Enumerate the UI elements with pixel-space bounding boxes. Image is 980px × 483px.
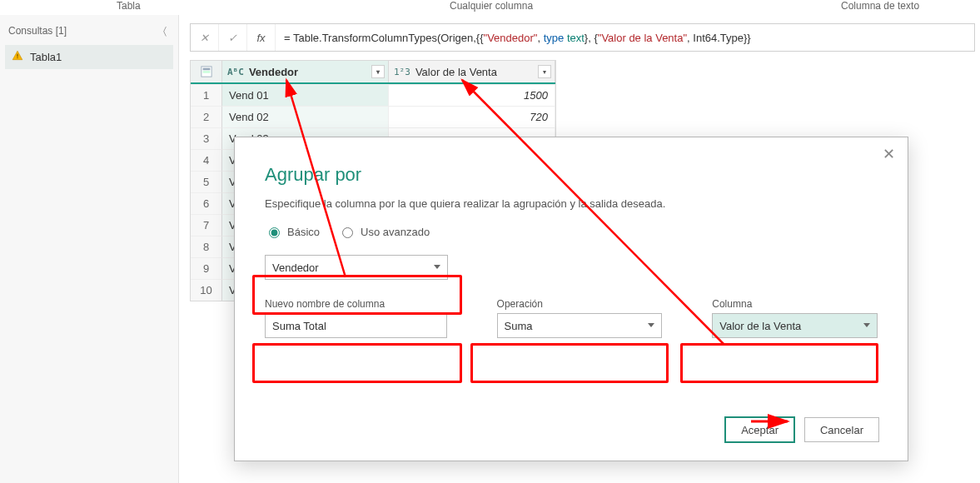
row-number[interactable]: 3 [191,127,222,149]
newcol-label: Nuevo nombre de columna [265,298,447,310]
newcol-input[interactable]: Suma Total [265,313,447,338]
chevron-down-icon [434,265,440,269]
formula-seg: text [567,32,585,44]
close-icon[interactable]: ✕ [881,147,896,162]
formula-bar: ✕ ✓ fx = Table.TransformColumnTypes(Orig… [190,23,975,52]
queries-panel: Consultas [1] 〈 Tabla1 [0,15,179,483]
operation-value: Suma [505,320,533,332]
operation-label: Operación [497,298,663,310]
ribbon-label-tabla: Tabla [117,0,141,12]
dialog-description: Especifique la columna por la que quiera… [265,197,878,210]
radio-basic[interactable]: Básico [265,225,320,238]
row-number[interactable]: 9 [191,257,222,279]
column-header-vendedor[interactable]: AᴮC Vendedor ▾ [222,61,389,82]
collapse-panel-icon[interactable]: 〈 [160,23,170,38]
formula-text[interactable]: = Table.TransformColumnTypes(Origen,{{"V… [276,32,974,44]
query-item-tabla1[interactable]: Tabla1 [5,45,173,69]
column-dropdown[interactable]: Valor de la Venta [712,313,878,338]
column-label: Columna [712,298,878,310]
formula-accept-icon[interactable]: ✓ [219,24,247,51]
cell-valor[interactable]: 1500 [389,84,555,106]
row-number[interactable]: 1 [191,84,222,106]
fx-icon[interactable]: fx [247,24,276,51]
cell-vendedor[interactable]: Vend 01 [222,84,389,106]
table-row[interactable]: 1Vend 011500 [191,84,555,106]
row-number[interactable]: 5 [191,171,222,192]
accept-button[interactable]: Aceptar [725,417,794,442]
table-row[interactable]: 2Vend 02720 [191,106,555,127]
radio-advanced-label: Uso avanzado [361,226,430,238]
formula-seg: Int64.Type [693,32,744,44]
radio-advanced[interactable]: Uso avanzado [338,225,430,238]
svg-rect-4 [202,71,210,73]
chevron-down-icon [863,323,870,327]
queries-title: Consultas [1] [8,25,67,37]
group-by-dialog: ✕ Agrupar por Especifique la columna por… [234,137,908,461]
cell-valor[interactable]: 720 [389,106,555,127]
svg-rect-3 [202,68,210,71]
chevron-down-icon [648,323,654,327]
column-header-label: Valor de la Venta [415,66,497,78]
formula-seg: , [537,32,543,44]
formula-seg: "Vendedor" [484,32,538,44]
formula-seg: }} [744,32,751,44]
column-filter-dropdown-icon[interactable]: ▾ [371,65,385,78]
radio-basic-label: Básico [287,226,320,238]
formula-seg: }, { [585,32,598,44]
row-number[interactable]: 4 [191,149,222,171]
column-header-label: Vendedor [249,66,298,78]
row-number[interactable]: 7 [191,214,222,236]
groupby-value: Vendedor [272,261,319,274]
ribbon-label-columna-texto: Columna de texto [841,0,919,12]
groupby-column-dropdown[interactable]: Vendedor [265,255,448,280]
dialog-title: Agrupar por [265,164,878,186]
text-type-icon: AᴮC [227,67,244,77]
column-header-valor[interactable]: 1²3 Valor de la Venta ▾ [389,61,555,82]
formula-seg: = Table.TransformColumnTypes(Origen,{{ [284,32,484,44]
formula-seg: type [544,32,565,44]
svg-rect-1 [17,57,17,58]
row-number[interactable]: 6 [191,192,222,214]
svg-rect-0 [17,54,17,57]
select-all-corner[interactable] [191,61,222,82]
formula-seg: "Valor de la Venta" [598,32,687,44]
formula-cancel-icon[interactable]: ✕ [191,24,219,51]
warning-icon [12,50,23,64]
column-filter-dropdown-icon[interactable]: ▾ [538,65,551,78]
column-value: Valor de la Venta [719,320,801,332]
row-number[interactable]: 2 [191,106,222,127]
cancel-button[interactable]: Cancelar [804,417,879,442]
operation-dropdown[interactable]: Suma [497,313,663,338]
cell-vendedor[interactable]: Vend 02 [222,106,389,127]
accept-label: Aceptar [741,424,779,436]
row-number[interactable]: 10 [191,279,222,301]
number-type-icon: 1²3 [394,67,410,77]
cancel-label: Cancelar [820,424,863,436]
newcol-value: Suma Total [272,320,326,332]
row-number[interactable]: 8 [191,236,222,257]
ribbon-label-cualquier-columna: Cualquier columna [450,0,533,12]
query-item-label: Tabla1 [30,51,62,63]
